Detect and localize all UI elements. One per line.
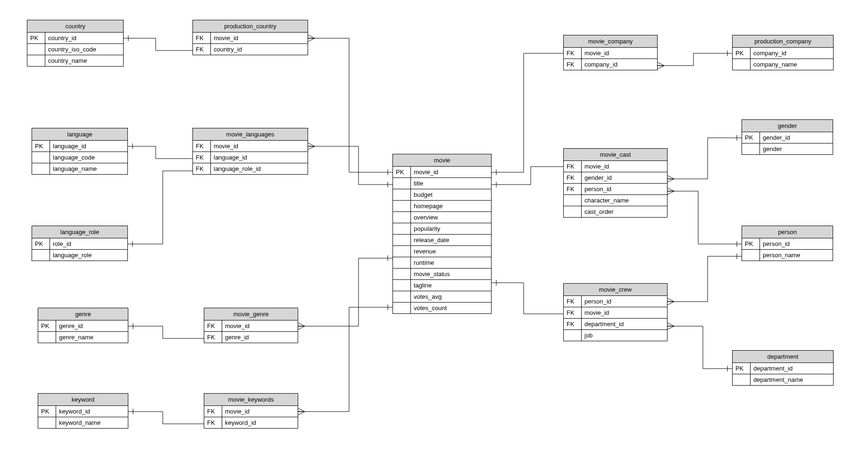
key-cell: PK	[733, 363, 751, 374]
key-cell: PK	[393, 167, 411, 177]
table-row: FKcountry_id	[193, 43, 308, 55]
table-row: FKperson_id	[564, 296, 667, 307]
key-cell	[564, 206, 582, 217]
col-cell: country_name	[45, 55, 123, 66]
col-cell: language_role	[50, 250, 127, 261]
table-row: language_name	[32, 163, 127, 174]
key-cell: PK	[38, 320, 56, 331]
col-cell: budget	[411, 189, 491, 200]
key-cell	[32, 152, 50, 163]
table-row: person_name	[742, 249, 833, 261]
entity-person: personPKperson_idperson_name	[742, 226, 833, 261]
col-cell: language_name	[50, 163, 127, 174]
key-cell	[393, 246, 411, 257]
col-cell: company_id	[582, 59, 657, 70]
col-cell: genre_name	[56, 332, 128, 343]
key-cell: PK	[32, 141, 50, 152]
key-cell: FK	[564, 48, 582, 59]
entity-title: country	[27, 20, 123, 33]
table-row: FKmovie_id	[564, 307, 667, 318]
key-cell	[733, 59, 751, 70]
entity-title: movie_genre	[204, 308, 298, 320]
key-cell: FK	[564, 172, 582, 183]
col-cell: votes_avg	[411, 291, 491, 302]
entity-movie_keywords: movie_keywordsFKmovie_idFKkeyword_id	[204, 393, 298, 429]
table-row: PKgender_id	[742, 132, 833, 143]
entity-movie_cast: movie_castFKmovie_idFKgender_idFKperson_…	[563, 148, 668, 218]
entity-country: countryPKcountry_idcountry_iso_codecount…	[27, 20, 124, 67]
table-row: country_name	[27, 55, 123, 66]
table-row: language_code	[32, 152, 127, 163]
table-row: FKmovie_id	[204, 320, 298, 331]
key-cell: FK	[564, 319, 582, 329]
key-cell: FK	[564, 307, 582, 318]
col-cell: movie_id	[582, 161, 667, 172]
entity-title: keyword	[38, 394, 128, 406]
key-cell	[27, 55, 45, 66]
col-cell: person_id	[582, 184, 667, 194]
col-cell: keyword_id	[222, 417, 298, 428]
col-cell: gender_id	[760, 132, 833, 143]
table-row: country_iso_code	[27, 43, 123, 55]
col-cell: language_role_id	[211, 163, 308, 174]
col-cell: movie_id	[211, 141, 308, 152]
key-cell: FK	[564, 184, 582, 194]
col-cell: character_name	[582, 195, 667, 206]
key-cell	[27, 44, 45, 55]
table-row: PKgenre_id	[38, 320, 128, 331]
col-cell: runtime	[411, 257, 491, 268]
key-cell	[393, 201, 411, 211]
table-row: keyword_name	[38, 417, 128, 428]
key-cell: PK	[742, 238, 760, 249]
key-cell: PK	[27, 33, 45, 43]
col-cell: keyword_id	[56, 406, 128, 417]
table-row: PKkeyword_id	[38, 406, 128, 417]
entity-title: movie_cast	[564, 149, 667, 161]
key-cell: FK	[204, 320, 222, 331]
key-cell: PK	[742, 132, 760, 143]
table-row: job	[564, 329, 667, 341]
table-row: FKlanguage_id	[193, 152, 308, 163]
table-row: revenue	[393, 245, 491, 257]
key-cell	[393, 269, 411, 279]
entity-title: person	[742, 226, 833, 238]
col-cell: movie_id	[582, 307, 667, 318]
key-cell	[393, 291, 411, 302]
key-cell	[38, 417, 56, 428]
table-row: FKmovie_id	[564, 48, 657, 59]
entity-movie_company: movie_companyFKmovie_idFKcompany_id	[563, 35, 658, 70]
col-cell: release_date	[411, 235, 491, 245]
key-cell	[393, 280, 411, 291]
col-cell: person_id	[582, 296, 667, 307]
key-cell: FK	[204, 332, 222, 343]
col-cell: department_id	[582, 319, 667, 329]
table-row: title	[393, 177, 491, 189]
entity-language: languagePKlanguage_idlanguage_codelangua…	[32, 128, 128, 175]
col-cell: movie_status	[411, 269, 491, 279]
key-cell	[38, 332, 56, 343]
col-cell: title	[411, 178, 491, 189]
key-cell	[32, 250, 50, 261]
key-cell	[393, 303, 411, 313]
key-cell	[393, 212, 411, 223]
entity-title: production_company	[733, 35, 833, 48]
table-row: votes_avg	[393, 291, 491, 302]
key-cell: FK	[193, 44, 211, 55]
col-cell: movie_id	[222, 406, 298, 417]
entity-production_company: production_companyPKcompany_idcompany_na…	[732, 35, 834, 70]
key-cell: PK	[32, 238, 50, 249]
table-row: budget	[393, 189, 491, 200]
key-cell: FK	[204, 417, 222, 428]
table-row: PKperson_id	[742, 238, 833, 249]
col-cell: country_id	[211, 44, 308, 55]
entity-title: movie_languages	[193, 128, 308, 141]
key-cell: FK	[564, 161, 582, 172]
table-row: FKgenre_id	[204, 331, 298, 343]
col-cell: movie_id	[222, 320, 298, 331]
entity-gender: genderPKgender_idgender	[742, 119, 833, 155]
table-row: PKlanguage_id	[32, 141, 127, 152]
table-row: PKrole_id	[32, 238, 127, 249]
col-cell: votes_count	[411, 303, 491, 313]
col-cell: tagline	[411, 280, 491, 291]
table-row: cast_order	[564, 206, 667, 217]
